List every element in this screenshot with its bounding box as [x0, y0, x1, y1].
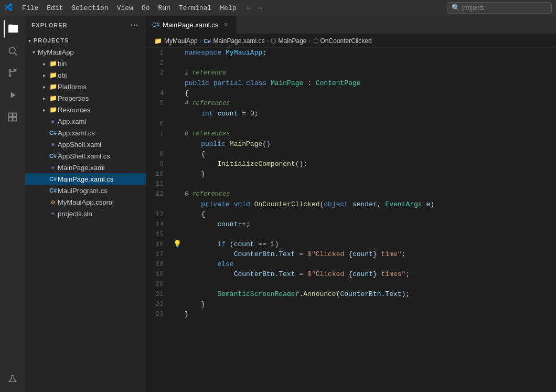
line-gutter-18 [172, 259, 183, 269]
tree-csproj[interactable]: ⊙ MyMauiApp.csproj [25, 196, 146, 208]
menu-terminal[interactable]: Terminal [175, 2, 216, 14]
search-icon: 🔍 [452, 4, 460, 12]
tree-mainpage-xaml-cs[interactable]: C# MainPage.xaml.cs [25, 173, 146, 185]
line-number-23: 23 [146, 309, 172, 319]
tab-close-button[interactable]: × [221, 20, 230, 29]
platforms-label: Platforms [58, 83, 146, 91]
breadcrumb-project[interactable]: MyMauiApp [164, 37, 197, 45]
run-debug-activity-icon[interactable] [4, 86, 22, 104]
tree-mauiprogram-cs[interactable]: C# MauiProgram.cs [25, 185, 146, 196]
xaml-icon: ≡ [48, 165, 58, 171]
menu-run[interactable]: Run [154, 2, 174, 14]
menu-selection[interactable]: Selection [67, 2, 112, 14]
nav-back[interactable]: ← [245, 3, 253, 13]
breadcrumb-folder-icon: 📁 [154, 37, 162, 45]
menu-edit[interactable]: Edit [42, 2, 67, 14]
menu-file[interactable]: File [18, 2, 42, 14]
tree-platforms[interactable]: ▸ 📁 Platforms [25, 81, 146, 92]
menu-view[interactable]: View [113, 2, 137, 14]
tab-cs-icon: C# [152, 22, 159, 28]
code-line-19: 19 CounterBtn.Text = $"Clicked {count} t… [146, 269, 556, 279]
tree-myMauiApp[interactable]: ▾ MyMauiApp [25, 46, 146, 58]
line-gutter-17 [172, 249, 183, 259]
line-content-9: InitializeComponent(); [183, 159, 556, 169]
code-line-21: 21 SemanticScreenReader.Announce(Counter… [146, 289, 556, 299]
line-gutter-6 [172, 119, 183, 129]
tree-app-xaml-cs[interactable]: C# App.xaml.cs [25, 127, 146, 139]
line-content-6 [183, 119, 556, 129]
flask-activity-icon[interactable] [4, 370, 22, 388]
line-gutter-23 [172, 309, 183, 319]
title-bar: File Edit Selection View Go Run Terminal… [0, 0, 556, 16]
activity-bar [0, 16, 25, 392]
tree-bin[interactable]: ▸ 📁 bin [25, 58, 146, 69]
line-content-15 [183, 229, 556, 239]
line-content-21: SemanticScreenReader.Announce(CounterBtn… [183, 289, 556, 299]
line-content-2 [183, 58, 556, 68]
code-line-13: 13 { [146, 209, 556, 219]
tree-obj[interactable]: ▸ 📁 obj [25, 69, 146, 81]
xaml-icon: ≡ [48, 142, 58, 147]
line-content-12: 0 references private void OnCounterClick… [183, 189, 556, 209]
chevron-right-icon: ▸ [40, 72, 48, 78]
line-gutter-21 [172, 289, 183, 299]
line-gutter-2 [172, 58, 183, 68]
source-control-activity-icon[interactable] [4, 64, 22, 82]
xaml-icon: ≡ [48, 119, 58, 124]
line-gutter-9 [172, 159, 183, 169]
line-gutter-20 [172, 279, 183, 289]
extensions-activity-icon[interactable] [4, 108, 22, 126]
tree-projects-root[interactable]: ▾ PROJECTS [25, 35, 146, 46]
explorer-activity-icon[interactable] [4, 20, 22, 38]
menu-help[interactable]: Help [216, 2, 240, 14]
breadcrumb: 📁 MyMauiApp › C# MainPage.xaml.cs › ⬡ Ma… [146, 34, 556, 48]
nav-forward[interactable]: → [255, 3, 264, 13]
folder-icon: 📁 [48, 83, 58, 90]
line-content-17: CounterBtn.Text = $"Clicked {count} time… [183, 249, 556, 259]
line-gutter-19 [172, 269, 183, 279]
tree-properties[interactable]: ▸ 📁 Properties [25, 92, 146, 104]
tree-mainpage-xaml[interactable]: ≡ MainPage.xaml [25, 162, 146, 173]
projects-label: PROJECTS [34, 37, 146, 44]
chevron-down-icon: ▾ [25, 38, 34, 44]
sidebar-header-actions: ··· [130, 20, 140, 30]
properties-label: Properties [58, 94, 146, 102]
breadcrumb-file[interactable]: MainPage.xaml.cs [213, 37, 264, 45]
csproj-icon: ⊙ [48, 199, 58, 205]
code-line-10: 10 } [146, 169, 556, 179]
obj-label: obj [58, 71, 146, 79]
tree-resources[interactable]: ▸ 📁 Resources [25, 104, 146, 115]
breadcrumb-cs-icon: C# [204, 38, 211, 44]
breadcrumb-class[interactable]: MainPage [278, 37, 306, 45]
line-content-1: namespace MyMauiApp; [183, 48, 556, 58]
line-content-13: { [183, 209, 556, 219]
tree-sln[interactable]: ≡ projects.sln [25, 208, 146, 219]
menu-go[interactable]: Go [137, 2, 154, 14]
tree-app-xaml[interactable]: ≡ App.xaml [25, 115, 146, 127]
code-editor[interactable]: 1 namespace MyMauiApp; 2 3 1 reference p… [146, 48, 556, 392]
line-number-19: 19 [146, 269, 172, 279]
breadcrumb-method[interactable]: OnCounterClicked [320, 37, 372, 45]
line-content-19: CounterBtn.Text = $"Clicked {count} time… [183, 269, 556, 279]
line-number-16: 16 [146, 239, 172, 249]
code-line-5: 5 4 references int count = 0; [146, 98, 556, 119]
global-search[interactable]: 🔍 [447, 2, 552, 14]
line-content-18: else [183, 259, 556, 269]
code-line-17: 17 CounterBtn.Text = $"Clicked {count} t… [146, 249, 556, 259]
code-line-6: 6 [146, 119, 556, 129]
search-input[interactable] [462, 4, 547, 12]
svg-rect-8 [9, 118, 13, 121]
code-line-8: 8 { [146, 149, 556, 159]
line-content-22: } [183, 299, 556, 309]
line-gutter-4 [172, 88, 183, 98]
line-number-2: 2 [146, 58, 172, 68]
code-line-7: 7 0 references public MainPage() [146, 129, 556, 149]
line-number-13: 13 [146, 209, 172, 219]
tree-appshell-xaml-cs[interactable]: C# AppShell.xaml.cs [25, 150, 146, 162]
tab-mainpage-xaml-cs[interactable]: C# MainPage.xaml.cs × [146, 16, 237, 34]
more-actions-icon[interactable]: ··· [130, 20, 140, 30]
line-number-8: 8 [146, 149, 172, 159]
tree-appshell-xaml[interactable]: ≡ AppShell.xaml [25, 139, 146, 150]
search-activity-icon[interactable] [4, 42, 22, 60]
lightbulb-icon[interactable]: 💡 [173, 240, 181, 248]
